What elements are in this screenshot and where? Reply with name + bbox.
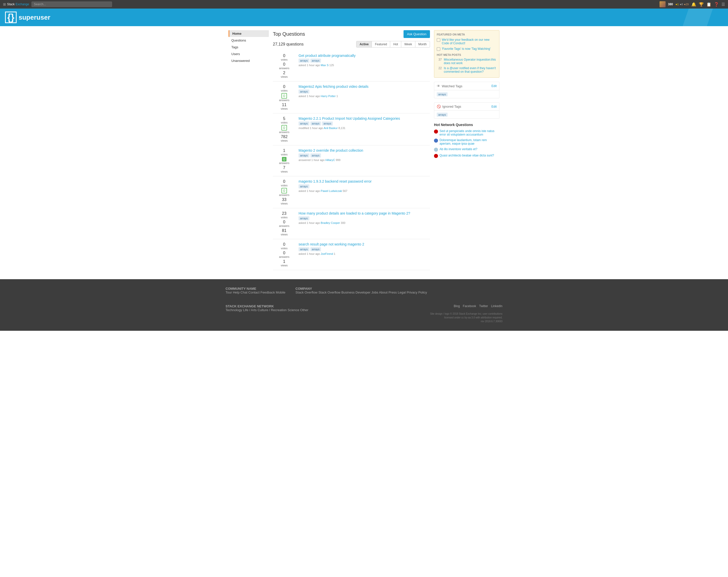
tag[interactable]: arrays — [310, 59, 321, 63]
question-meta: asked 1 hour ago JoeFirend 1 — [298, 252, 430, 255]
footer-company-title: COMPANY — [295, 287, 427, 291]
tag[interactable]: arrays — [298, 121, 309, 126]
footer-link-science[interactable]: Science — [287, 308, 299, 312]
footer-link-chat[interactable]: Chat — [240, 291, 247, 294]
featured-meta-link-1[interactable]: We'd like your feedback on our new Code … — [442, 38, 497, 45]
question-meta: asked 1 hour ago Bradley Cooper 300 — [298, 221, 430, 224]
question-title[interactable]: Get product attribute programatically — [298, 54, 356, 58]
avatar[interactable] — [659, 1, 666, 7]
footer-link-life-arts[interactable]: Life / Arts — [243, 308, 257, 312]
tag[interactable]: arrays — [298, 89, 309, 93]
footer-link-stackoverflow-business[interactable]: Stack Overflow Business — [318, 291, 355, 294]
question-author[interactable]: Anil Baskur — [324, 127, 338, 130]
footer-link-culture[interactable]: Culture / Recreation — [258, 308, 287, 312]
tag[interactable]: arrays — [310, 247, 321, 251]
question-author[interactable]: Pawel Ludwiczak — [321, 189, 342, 192]
footer-link-blog[interactable]: Blog — [454, 304, 460, 308]
question-tags: arrays — [298, 184, 430, 188]
hnq-link[interactable]: Ab illo inventore veritatis et? — [440, 147, 477, 151]
views-label: views — [281, 264, 288, 267]
votes-label: votes — [281, 184, 287, 187]
list-item: Doloremque laudantium, totam rem aperiam… — [434, 138, 499, 145]
footer-link-stackoverflow[interactable]: Stack Overflow — [295, 291, 317, 294]
featured-meta-link-2[interactable]: 'Favorite Tags' is now 'Tag Watching' — [442, 47, 491, 51]
question-title[interactable]: Magento 2 override the product collectio… — [298, 148, 363, 153]
footer-link-twitter[interactable]: Twitter — [479, 304, 488, 308]
footer-link-other[interactable]: Other — [300, 308, 308, 312]
tag[interactable]: arrays — [298, 216, 309, 220]
view-count: 11 — [282, 103, 286, 107]
view-count: 81 — [282, 228, 286, 233]
achievements-icon[interactable]: 🏆 — [699, 2, 704, 7]
tab-active[interactable]: Active — [357, 41, 372, 47]
footer-link-about[interactable]: About — [379, 291, 388, 294]
footer-link-press[interactable]: Press — [388, 291, 397, 294]
tag[interactable]: arrays — [322, 121, 333, 126]
hnq-link[interactable]: Quasi architecto beatae vitae dicta sunt… — [440, 154, 494, 157]
ask-question-button[interactable]: Ask Question — [404, 30, 430, 38]
hot-meta-link-2[interactable]: Is a @user notified even if they haven't… — [444, 66, 497, 74]
sidebar-item-questions[interactable]: Questions — [229, 37, 269, 44]
question-author[interactable]: Bradley Cooper — [321, 221, 340, 224]
brand-logo[interactable]: ⊞ StackExchange — [3, 2, 29, 6]
footer-link-developer-jobs[interactable]: Developer Jobs — [356, 291, 378, 294]
badge-counts: ●1 ●8 ●29 — [676, 3, 689, 6]
question-author[interactable]: Max S — [321, 64, 329, 67]
footer-link-facebook[interactable]: Facebook — [463, 304, 476, 308]
sidebar-item-home[interactable]: Home — [229, 30, 269, 37]
hot-meta-link-1[interactable]: Miscellaneous Operator inquestion:this d… — [444, 58, 497, 65]
footer-link-technology[interactable]: Technology — [226, 308, 242, 312]
sidebar-item-unanswered[interactable]: Unanswered — [229, 57, 269, 64]
sidebar-item-tags[interactable]: Tags — [229, 44, 269, 51]
question-tags: arraysarrays — [298, 247, 430, 251]
inbox-icon[interactable]: 🔔 — [691, 2, 696, 7]
hot-meta-item-2: 22 Is a @user notified even if they have… — [437, 66, 497, 74]
question-title[interactable]: magento 1.9.3.2 backend reset password e… — [298, 179, 371, 183]
watched-tags-edit-link[interactable]: Edit — [491, 84, 497, 88]
tag[interactable]: arrays — [298, 59, 309, 63]
watched-tag-arrays[interactable]: arrays — [437, 92, 448, 96]
search-input[interactable] — [31, 1, 112, 7]
tag[interactable]: arrays — [310, 154, 321, 158]
tab-hot[interactable]: Hot — [390, 41, 401, 47]
question-title[interactable]: search result page not working magento 2 — [298, 242, 364, 246]
question-author[interactable]: Harry Potter — [321, 94, 336, 98]
footer-link-privacy[interactable]: Privacy Policy — [407, 291, 427, 294]
answers-stat: 0 answers — [279, 188, 289, 196]
question-body: magento 1.9.3.2 backend reset password e… — [298, 179, 430, 205]
ignored-tags-edit-link[interactable]: Edit — [491, 105, 497, 108]
review-icon[interactable]: 📋 — [706, 2, 711, 7]
hamburger-icon[interactable]: ☰ — [722, 2, 725, 7]
question-title[interactable]: Magento2 Apis fetching product video det… — [298, 84, 368, 88]
hnq-link[interactable]: Doloremque laudantium, totam rem aperiam… — [440, 138, 499, 145]
right-sidebar: FEATURED ON META We'd like your feedback… — [434, 30, 499, 270]
question-author[interactable]: JoeFirend — [321, 252, 333, 255]
site-logo[interactable]: {} superuser — [5, 11, 50, 23]
help-icon[interactable]: ❓ — [714, 2, 719, 7]
footer-link-mobile[interactable]: Mobile — [276, 291, 285, 294]
footer-link-legal[interactable]: Legal — [398, 291, 406, 294]
ignored-tag-arrays[interactable]: arrays — [437, 113, 448, 117]
hnq-link[interactable]: Sed ut perspiciatis unde omnis iste natu… — [440, 129, 499, 136]
footer-link-feedback[interactable]: Feedback — [261, 291, 275, 294]
view-count: 1 — [283, 259, 285, 264]
sidebar-item-users[interactable]: Users — [229, 51, 269, 57]
footer-community-col: COMMUNITY NAME Tour Help Chat Contact Fe… — [226, 287, 285, 294]
question-title[interactable]: Magento 2.2.1 Product Import Not Updatin… — [298, 116, 400, 120]
question-author[interactable]: HillaryC — [325, 159, 335, 162]
footer-link-tour[interactable]: Tour — [226, 291, 232, 294]
footer-link-linkedin[interactable]: LinkedIn — [491, 304, 502, 308]
tag[interactable]: arrays — [298, 184, 309, 188]
question-meta: modified 1 hour ago Anil Baskur 8,131 — [298, 127, 430, 130]
footer-link-help[interactable]: Help — [233, 291, 240, 294]
question-title[interactable]: How many product details are loaded to a… — [298, 211, 410, 215]
views-stat: 11 views — [281, 103, 288, 110]
tab-month[interactable]: Month — [415, 41, 430, 47]
meta-checkbox-2 — [437, 47, 440, 51]
footer-link-contact[interactable]: Contact — [248, 291, 260, 294]
tag[interactable]: arrays — [310, 121, 321, 126]
tab-featured[interactable]: Featured — [372, 41, 390, 47]
tag[interactable]: arrays — [298, 154, 309, 158]
tag[interactable]: arrays — [298, 247, 309, 251]
tab-week[interactable]: Week — [401, 41, 415, 47]
